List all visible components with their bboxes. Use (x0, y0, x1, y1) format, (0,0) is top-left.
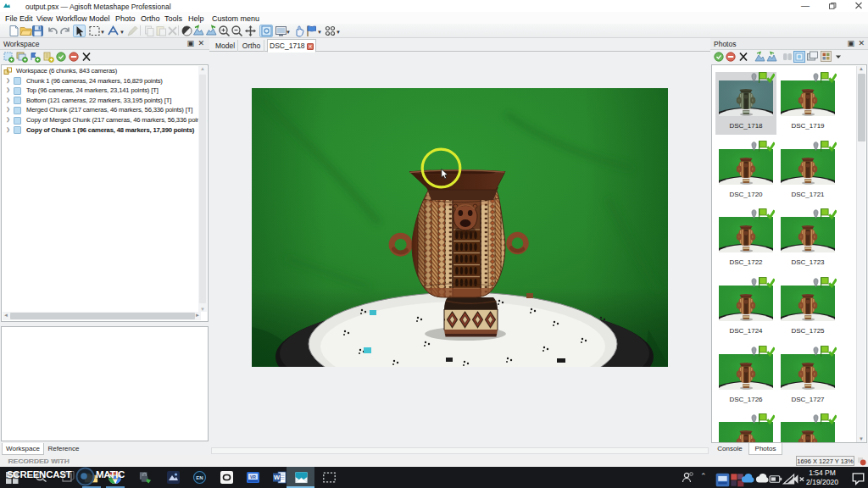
svg-text:W: W (274, 474, 281, 481)
svg-text:VR: VR (250, 474, 256, 480)
